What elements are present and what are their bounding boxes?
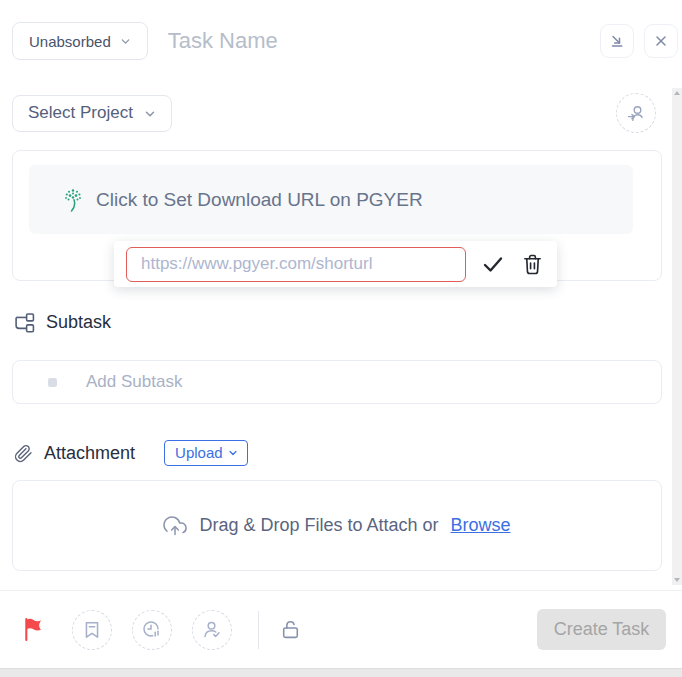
scroll-up-arrow[interactable] bbox=[674, 91, 680, 95]
project-selector-row: Select Project bbox=[12, 93, 656, 133]
attachment-section-title: Attachment Upload bbox=[14, 440, 248, 466]
create-task-button[interactable]: Create Task bbox=[537, 609, 666, 650]
assignee-button[interactable] bbox=[192, 610, 232, 650]
privacy-button[interactable] bbox=[279, 618, 302, 641]
download-url-input[interactable] bbox=[126, 247, 466, 282]
upload-label: Upload bbox=[175, 444, 223, 461]
flag-icon bbox=[22, 616, 45, 643]
close-button[interactable] bbox=[644, 24, 678, 58]
chevron-down-icon bbox=[120, 36, 131, 47]
clock-pause-icon bbox=[141, 619, 163, 641]
add-subtask-row[interactable]: Add Subtask bbox=[12, 360, 662, 404]
upload-dropdown[interactable]: Upload bbox=[164, 440, 248, 466]
lock-open-icon bbox=[279, 618, 302, 641]
trash-icon bbox=[522, 253, 543, 276]
collapse-button[interactable] bbox=[600, 24, 634, 58]
project-dropdown[interactable]: Select Project bbox=[12, 95, 172, 132]
footer-toolbar: Create Task bbox=[0, 590, 682, 668]
download-url-section: Click to Set Download URL on PGYER bbox=[12, 150, 662, 281]
dropzone-text: Drag & Drop Files to Attach or bbox=[199, 515, 438, 536]
add-person-icon bbox=[625, 102, 647, 124]
bookmark-icon bbox=[82, 620, 102, 640]
toolbar-divider bbox=[258, 611, 259, 649]
confirm-url-button[interactable] bbox=[479, 250, 507, 278]
person-check-icon bbox=[201, 619, 223, 641]
cloud-upload-icon bbox=[163, 515, 187, 539]
check-icon bbox=[481, 252, 505, 276]
chevron-down-icon bbox=[228, 448, 238, 458]
pgyer-url-banner[interactable]: Click to Set Download URL on PGYER bbox=[29, 165, 633, 234]
task-name-input[interactable]: Task Name bbox=[168, 28, 590, 54]
delete-url-button[interactable] bbox=[520, 251, 545, 278]
assign-member-button[interactable] bbox=[616, 93, 656, 133]
bottom-strip bbox=[0, 668, 682, 677]
pgyer-url-banner-label: Click to Set Download URL on PGYER bbox=[96, 189, 423, 211]
subtask-tree-icon bbox=[14, 313, 35, 333]
tag-button[interactable] bbox=[72, 610, 112, 650]
time-button[interactable] bbox=[132, 610, 172, 650]
subtask-bullet-square bbox=[48, 378, 57, 387]
close-icon bbox=[654, 34, 668, 48]
priority-flag-button[interactable] bbox=[22, 616, 45, 643]
status-label: Unabsorbed bbox=[29, 33, 111, 50]
create-task-dialog: Unabsorbed Task Name Select Project bbox=[0, 0, 682, 668]
browse-link[interactable]: Browse bbox=[451, 515, 511, 536]
header-row: Unabsorbed Task Name bbox=[12, 22, 678, 60]
collapse-arrow-icon bbox=[609, 33, 625, 49]
url-popup bbox=[114, 241, 557, 287]
status-dropdown[interactable]: Unabsorbed bbox=[12, 22, 148, 60]
scrollbar[interactable] bbox=[672, 88, 682, 585]
project-label: Select Project bbox=[28, 103, 133, 123]
scroll-down-arrow[interactable] bbox=[674, 578, 680, 582]
chevron-down-icon bbox=[144, 108, 156, 120]
add-subtask-placeholder: Add Subtask bbox=[86, 372, 182, 392]
subtask-section-title: Subtask bbox=[14, 312, 111, 333]
attachment-title-label: Attachment bbox=[44, 443, 135, 464]
paperclip-icon bbox=[14, 444, 33, 463]
attachment-dropzone[interactable]: Drag & Drop Files to Attach or Browse bbox=[12, 480, 662, 571]
subtask-title-label: Subtask bbox=[46, 312, 111, 333]
pgyer-dandelion-icon bbox=[63, 188, 83, 212]
